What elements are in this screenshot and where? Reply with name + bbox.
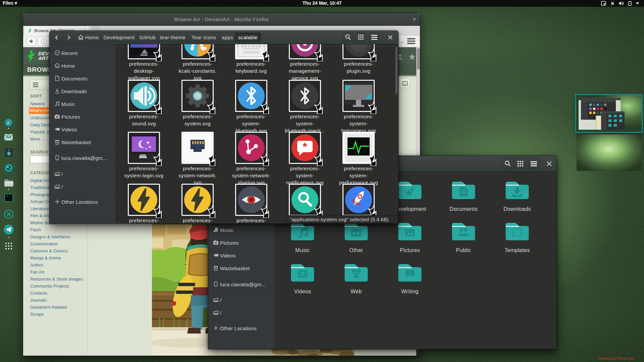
svg-text:*: * bbox=[303, 140, 307, 153]
svg-text:~$: ~$ bbox=[6, 195, 8, 197]
